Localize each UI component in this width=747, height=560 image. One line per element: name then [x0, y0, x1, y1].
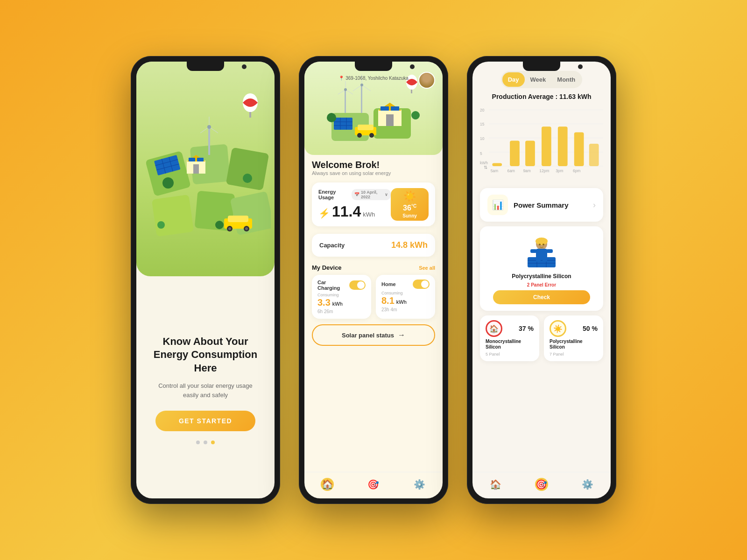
- svg-rect-75: [525, 140, 535, 166]
- energy-label-row: Energy Usage 📅 10 April, 2022 ∨: [318, 189, 391, 200]
- svg-point-31: [215, 221, 224, 229]
- energy-value-row: ⚡ 11.4 kWh: [318, 203, 391, 220]
- svg-text:3pm: 3pm: [556, 168, 563, 173]
- svg-rect-11: [208, 127, 210, 155]
- svg-rect-87: [528, 257, 556, 267]
- screen-analytics: Day Week Month Production Average : 11.6…: [472, 62, 611, 498]
- energy-date[interactable]: 📅 10 April, 2022 ∨: [352, 189, 391, 200]
- device-time-car: 6h 26m: [317, 309, 366, 314]
- svg-rect-28: [249, 112, 251, 118]
- svg-line-47: [362, 85, 371, 91]
- device-name-home: Home: [381, 281, 396, 287]
- device-cards: Car Charging Consuming 3.3 kWh 6h 26m: [312, 275, 435, 319]
- device-unit-home: kWh: [396, 299, 407, 305]
- solar-status-button[interactable]: Solar panel status →: [312, 324, 435, 346]
- device-card-header-home: Home: [381, 280, 430, 289]
- worker-name: Polycrystalline Silicon: [512, 273, 571, 280]
- home-icon-panel: 🏠: [489, 324, 499, 333]
- phone-2-screen: 📍 369-1068, Yoshilcho Katazuka Welcome B…: [304, 62, 443, 498]
- tab-week[interactable]: Week: [525, 72, 552, 87]
- production-average: Production Average : 11.63 kWh: [472, 93, 611, 100]
- svg-rect-22: [228, 216, 248, 222]
- user-avatar[interactable]: [418, 72, 435, 89]
- onboarding-subtitle: Control all your solar energy usage easi…: [150, 381, 261, 399]
- worker-figure: [523, 233, 560, 270]
- svg-point-62: [411, 111, 420, 119]
- svg-point-25: [228, 227, 231, 230]
- svg-rect-73: [492, 163, 502, 166]
- svg-rect-5: [230, 191, 271, 236]
- check-button[interactable]: Check: [493, 290, 591, 304]
- dashboard-hero-svg: [317, 71, 430, 146]
- panel-mono-top-row: 🏠 37 %: [486, 320, 534, 337]
- svg-rect-18: [193, 164, 199, 174]
- device-value-home: 8.1: [381, 295, 395, 306]
- phone-2-camera: [410, 64, 415, 69]
- power-summary-icon-box: 📊: [487, 195, 508, 215]
- screen-dashboard: 📍 369-1068, Yoshilcho Katazuka Welcome B…: [304, 62, 443, 498]
- panel-poly-top-row: ☀️ 50 %: [550, 320, 598, 337]
- sun-icon: ☀️: [403, 190, 416, 203]
- panel-poly-count: 7 Panel: [550, 352, 598, 357]
- pin-icon: 📍: [338, 76, 344, 81]
- svg-point-29: [162, 177, 174, 189]
- svg-rect-98: [546, 249, 553, 253]
- phone-3-camera: [578, 64, 583, 69]
- weather-temperature: 36°C: [403, 203, 416, 212]
- pagination-dots: [196, 441, 215, 444]
- device-value-car: 3.3: [317, 297, 331, 308]
- panel-poly-name: Polycrystalline Silicon: [550, 339, 598, 350]
- energy-unit: kWh: [363, 211, 375, 218]
- power-summary-card[interactable]: 📊 Power Summary ›: [480, 188, 603, 222]
- see-all-link[interactable]: See all: [419, 265, 435, 271]
- device-consuming-car: Consuming: [317, 293, 366, 297]
- panel-cards: 🏠 37 % Monocrystalline Silicon 5 Panel ☀…: [480, 315, 603, 361]
- phone-3: Day Week Month Production Average : 11.6…: [467, 56, 616, 504]
- bottom-nav-2: 🏠 🎯 ⚙️: [304, 472, 443, 498]
- toggle-car[interactable]: [349, 280, 366, 290]
- dashboard-hero: 📍 369-1068, Yoshilcho Katazuka: [304, 62, 443, 155]
- phone-1-camera: [242, 64, 247, 69]
- svg-text:5am: 5am: [491, 168, 498, 173]
- svg-point-30: [243, 174, 252, 183]
- device-card-header-car: Car Charging: [317, 280, 366, 291]
- device-card-car: Car Charging Consuming 3.3 kWh 6h 26m: [312, 275, 371, 319]
- hero-illustration: [136, 62, 275, 276]
- svg-rect-37: [386, 114, 394, 126]
- svg-rect-79: [589, 144, 599, 166]
- device-value-row-home: 8.1 kWh: [381, 295, 430, 306]
- bottom-nav-3: 🏠 🎯 ⚙️: [472, 472, 611, 498]
- device-time-home: 23h 4m: [381, 307, 430, 312]
- svg-point-58: [369, 133, 374, 138]
- svg-point-99: [539, 244, 541, 245]
- dot-1: [196, 441, 200, 444]
- nav-settings-2[interactable]: ⚙️: [413, 478, 426, 491]
- nav-compass-2[interactable]: 🎯: [367, 478, 380, 491]
- phone-1-screen: Know About Your Energy Consumption Here …: [136, 62, 275, 498]
- svg-rect-20: [197, 158, 204, 161]
- svg-rect-76: [542, 126, 551, 166]
- capacity-value: 14.8 kWh: [391, 240, 428, 250]
- svg-point-57: [357, 133, 362, 138]
- svg-rect-2: [226, 147, 269, 191]
- get-started-button[interactable]: GET STARTED: [155, 411, 255, 431]
- bar-chart: 20 15 10 5 kWh: [480, 104, 603, 183]
- nav-settings-3[interactable]: ⚙️: [581, 478, 594, 491]
- panel-card-mono: 🏠 37 % Monocrystalline Silicon 5 Panel: [480, 315, 539, 361]
- svg-text:⇅: ⇅: [484, 165, 487, 170]
- worker-error: 2 Panel Error: [527, 282, 556, 287]
- panel-mono-header: 🏠: [486, 320, 502, 337]
- nav-home-3[interactable]: 🏠: [489, 478, 502, 491]
- panel-card-poly: ☀️ 50 % Polycrystalline Silicon 7 Panel: [544, 315, 603, 361]
- tab-month[interactable]: Month: [551, 72, 581, 87]
- svg-point-61: [327, 113, 336, 122]
- toggle-home[interactable]: [413, 280, 430, 289]
- svg-rect-45: [361, 85, 362, 113]
- svg-text:12pm: 12pm: [539, 168, 549, 173]
- svg-rect-74: [510, 140, 520, 166]
- nav-home-2[interactable]: 🏠: [321, 478, 334, 491]
- tab-day[interactable]: Day: [502, 72, 525, 87]
- svg-rect-38: [381, 106, 389, 111]
- welcome-subtitle: Always save on using solar energy: [312, 170, 435, 176]
- nav-compass-3[interactable]: 🎯: [535, 478, 548, 491]
